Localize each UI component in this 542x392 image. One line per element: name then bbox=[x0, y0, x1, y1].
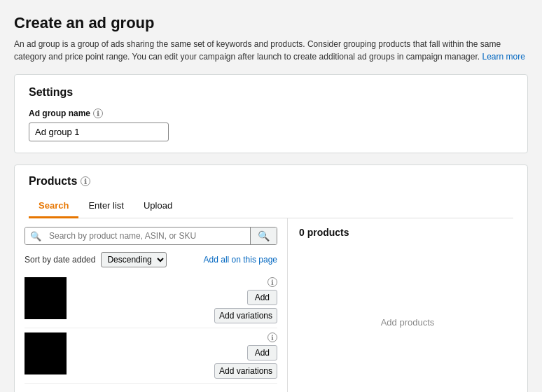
add-variations-button-2[interactable]: Add variations bbox=[214, 363, 277, 379]
add-products-placeholder: Add products bbox=[381, 317, 435, 328]
add-variations-button-1[interactable]: Add variations bbox=[214, 308, 277, 323]
products-card: Products ℹ Search Enter list Upload 🔍 🔍 … bbox=[14, 164, 528, 392]
list-item: ℹ Add Add variations bbox=[25, 273, 277, 328]
search-bar: 🔍 🔍 bbox=[25, 227, 277, 245]
search-icon: 🔍 bbox=[25, 227, 46, 244]
products-body: 🔍 🔍 Sort by date added Descending Ascend… bbox=[15, 218, 527, 392]
products-left-panel: 🔍 🔍 Sort by date added Descending Ascend… bbox=[15, 218, 288, 392]
page-title: Create an ad group bbox=[14, 14, 528, 32]
products-right-panel: 0 products Add products bbox=[288, 218, 527, 392]
product-image bbox=[25, 277, 67, 319]
ad-group-name-input[interactable] bbox=[29, 122, 169, 141]
products-info-icon[interactable]: ℹ bbox=[81, 176, 90, 186]
search-button[interactable]: 🔍 bbox=[250, 227, 277, 244]
sort-label: Sort by date added bbox=[25, 255, 95, 265]
product-info-icon-2[interactable]: ℹ bbox=[267, 332, 277, 342]
list-item: ℹ Add Add variations bbox=[25, 328, 277, 384]
products-title: Products ℹ bbox=[29, 175, 513, 188]
tab-enter-list[interactable]: Enter list bbox=[78, 195, 134, 218]
tab-search[interactable]: Search bbox=[29, 195, 78, 218]
ad-group-name-info-icon[interactable]: ℹ bbox=[93, 108, 103, 118]
add-button-2[interactable]: Add bbox=[247, 345, 277, 360]
settings-card: Settings Ad group name ℹ bbox=[14, 74, 528, 153]
sort-controls: Sort by date added Descending Ascending bbox=[25, 252, 167, 267]
ad-group-name-label: Ad group name ℹ bbox=[29, 108, 513, 118]
products-card-header: Products ℹ Search Enter list Upload bbox=[15, 165, 527, 218]
add-all-link[interactable]: Add all on this page bbox=[204, 255, 277, 265]
product-info-icon-1[interactable]: ℹ bbox=[267, 277, 277, 287]
product-image bbox=[25, 332, 67, 374]
product-list: ℹ Add Add variations ℹ Add Add variation… bbox=[25, 273, 277, 392]
learn-more-link[interactable]: Learn more bbox=[482, 52, 524, 62]
search-input[interactable] bbox=[46, 227, 250, 244]
settings-title: Settings bbox=[29, 86, 513, 99]
products-tabs: Search Enter list Upload bbox=[29, 195, 513, 218]
products-count: 0 products bbox=[299, 227, 349, 238]
page-description: An ad group is a group of ads sharing th… bbox=[14, 38, 528, 63]
tab-upload[interactable]: Upload bbox=[134, 195, 182, 218]
add-button-1[interactable]: Add bbox=[247, 290, 277, 305]
sort-select[interactable]: Descending Ascending bbox=[101, 252, 167, 267]
sort-row: Sort by date added Descending Ascending … bbox=[25, 252, 277, 267]
